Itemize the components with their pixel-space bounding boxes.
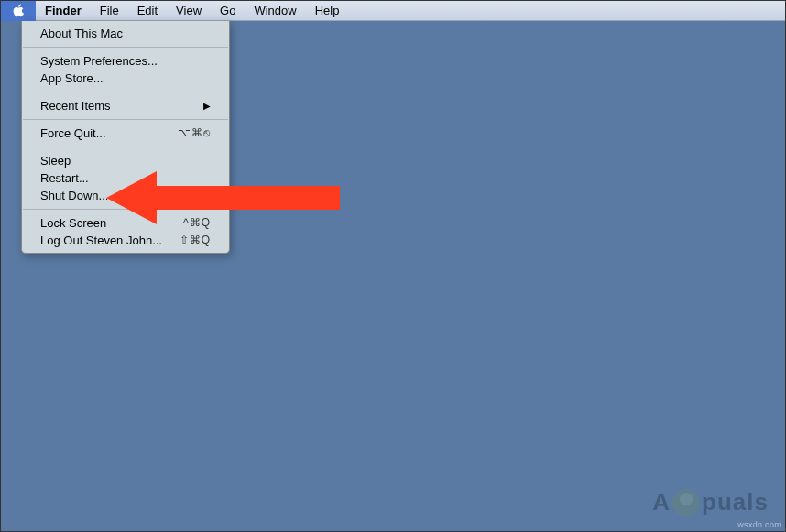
menu-separator — [23, 147, 228, 147]
menu-item-lock-screen[interactable]: Lock Screen ^⌘Q — [22, 214, 229, 232]
menu-item-system-preferences[interactable]: System Preferences... — [22, 52, 229, 70]
menubar-item-help[interactable]: Help — [306, 1, 349, 21]
submenu-arrow-icon: ▶ — [203, 99, 211, 113]
menu-item-label: Log Out Steven John... — [40, 233, 162, 247]
keyboard-shortcut: ⇧⌘Q — [180, 233, 211, 247]
menu-item-app-store[interactable]: App Store... — [22, 70, 229, 87]
apple-menu-dropdown: About This Mac System Preferences... App… — [21, 21, 230, 254]
menu-item-sleep[interactable]: Sleep — [22, 152, 229, 169]
apple-logo-icon — [13, 4, 25, 17]
menu-item-restart[interactable]: Restart... — [22, 169, 229, 187]
menu-item-label: About This Mac — [40, 27, 123, 40]
menubar: Finder File Edit View Go Window Help — [1, 1, 785, 21]
menu-item-log-out[interactable]: Log Out Steven John... ⇧⌘Q — [22, 232, 229, 249]
menu-separator — [23, 119, 228, 120]
watermark-text-suffix: puals — [702, 488, 769, 516]
menu-item-label: Recent Items — [40, 99, 111, 113]
menu-item-label: Restart... — [40, 171, 89, 185]
menu-item-label: Force Quit... — [40, 126, 106, 140]
apple-menu-button[interactable] — [1, 1, 36, 21]
menu-item-recent-items[interactable]: Recent Items ▶ — [22, 97, 229, 114]
watermark-avatar-icon — [672, 489, 700, 516]
menu-separator — [23, 92, 228, 92]
menubar-item-view[interactable]: View — [167, 1, 211, 21]
menubar-item-edit[interactable]: Edit — [128, 1, 167, 21]
menu-separator — [23, 209, 228, 210]
menu-item-label: System Preferences... — [40, 54, 158, 68]
watermark-text-prefix: A — [652, 488, 671, 516]
menu-item-force-quit[interactable]: Force Quit... ⌥⌘⎋ — [22, 125, 229, 142]
menubar-item-window[interactable]: Window — [245, 1, 305, 21]
keyboard-shortcut: ^⌘Q — [183, 216, 211, 230]
menubar-item-file[interactable]: File — [91, 1, 128, 21]
menu-separator — [23, 47, 228, 48]
menu-item-about-this-mac[interactable]: About This Mac — [22, 25, 229, 42]
watermark-logo: A puals — [652, 488, 769, 516]
keyboard-shortcut: ⌥⌘⎋ — [178, 126, 211, 140]
footer-credit: wsxdn.com — [737, 520, 781, 529]
menu-item-label: Sleep — [40, 154, 71, 168]
menubar-item-finder[interactable]: Finder — [36, 1, 91, 21]
menu-item-label: Lock Screen — [40, 216, 106, 230]
menubar-item-go[interactable]: Go — [211, 1, 245, 21]
menu-item-label: App Store... — [40, 71, 104, 85]
menu-item-label: Shut Down... — [40, 189, 108, 202]
menu-item-shut-down[interactable]: Shut Down... — [22, 187, 229, 204]
